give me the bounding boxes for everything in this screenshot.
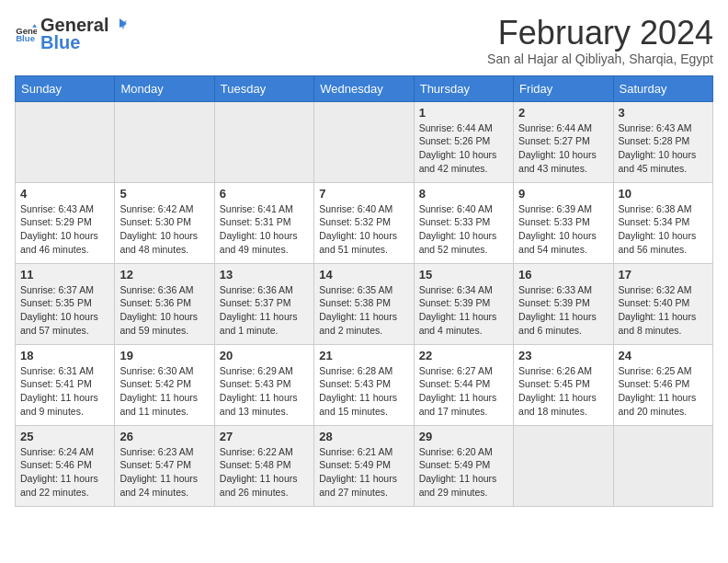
header-day-tuesday: Tuesday bbox=[214, 75, 313, 101]
header: General Blue General Blue February 2024 … bbox=[15, 15, 713, 66]
calendar-cell-week3-day5: 16Sunrise: 6:33 AM Sunset: 5:39 PM Dayli… bbox=[514, 263, 613, 344]
day-number: 27 bbox=[220, 430, 309, 443]
day-info: Sunrise: 6:41 AM Sunset: 5:31 PM Dayligh… bbox=[220, 202, 309, 257]
calendar-cell-week5-day5 bbox=[514, 425, 613, 506]
month-title: February 2024 bbox=[487, 15, 713, 52]
calendar-week-3: 11Sunrise: 6:37 AM Sunset: 5:35 PM Dayli… bbox=[16, 263, 713, 344]
logo: General Blue General Blue bbox=[15, 15, 127, 53]
day-info: Sunrise: 6:40 AM Sunset: 5:33 PM Dayligh… bbox=[419, 202, 508, 257]
day-info: Sunrise: 6:43 AM Sunset: 5:29 PM Dayligh… bbox=[20, 202, 109, 257]
day-number: 2 bbox=[518, 106, 608, 120]
location-title: San al Hajar al Qibliyah, Sharqia, Egypt bbox=[487, 52, 713, 66]
calendar-cell-week3-day6: 17Sunrise: 6:32 AM Sunset: 5:40 PM Dayli… bbox=[613, 263, 712, 344]
day-info: Sunrise: 6:32 AM Sunset: 5:40 PM Dayligh… bbox=[619, 283, 708, 338]
header-day-sunday: Sunday bbox=[16, 75, 115, 101]
day-number: 26 bbox=[119, 430, 209, 443]
calendar-cell-week1-day4: 1Sunrise: 6:44 AM Sunset: 5:26 PM Daylig… bbox=[414, 101, 513, 182]
day-number: 25 bbox=[20, 430, 109, 443]
day-number: 13 bbox=[220, 268, 309, 282]
calendar-cell-week1-day3 bbox=[314, 101, 414, 182]
day-info: Sunrise: 6:37 AM Sunset: 5:35 PM Dayligh… bbox=[20, 283, 109, 338]
svg-text:Blue: Blue bbox=[16, 33, 35, 43]
calendar-cell-week5-day3: 28Sunrise: 6:21 AM Sunset: 5:49 PM Dayli… bbox=[314, 425, 414, 506]
calendar-cell-week4-day3: 21Sunrise: 6:28 AM Sunset: 5:43 PM Dayli… bbox=[314, 344, 414, 425]
calendar-cell-week4-day6: 24Sunrise: 6:25 AM Sunset: 5:46 PM Dayli… bbox=[613, 344, 712, 425]
header-day-thursday: Thursday bbox=[414, 75, 513, 101]
calendar-cell-week4-day2: 20Sunrise: 6:29 AM Sunset: 5:43 PM Dayli… bbox=[214, 344, 313, 425]
day-info: Sunrise: 6:28 AM Sunset: 5:43 PM Dayligh… bbox=[319, 364, 408, 419]
day-number: 5 bbox=[119, 187, 209, 201]
day-info: Sunrise: 6:21 AM Sunset: 5:49 PM Dayligh… bbox=[319, 445, 408, 500]
calendar-cell-week2-day6: 10Sunrise: 6:38 AM Sunset: 5:34 PM Dayli… bbox=[613, 182, 712, 263]
day-info: Sunrise: 6:36 AM Sunset: 5:36 PM Dayligh… bbox=[119, 283, 209, 338]
calendar-cell-week4-day4: 22Sunrise: 6:27 AM Sunset: 5:44 PM Dayli… bbox=[414, 344, 513, 425]
day-info: Sunrise: 6:36 AM Sunset: 5:37 PM Dayligh… bbox=[220, 283, 309, 338]
day-number: 16 bbox=[518, 268, 608, 282]
calendar-cell-week2-day1: 5Sunrise: 6:42 AM Sunset: 5:30 PM Daylig… bbox=[115, 182, 214, 263]
day-number: 6 bbox=[220, 187, 309, 201]
logo-bird-icon bbox=[110, 17, 127, 35]
day-info: Sunrise: 6:38 AM Sunset: 5:34 PM Dayligh… bbox=[619, 202, 708, 257]
title-area: February 2024 San al Hajar al Qibliyah, … bbox=[487, 15, 713, 66]
header-day-wednesday: Wednesday bbox=[314, 75, 414, 101]
day-info: Sunrise: 6:22 AM Sunset: 5:48 PM Dayligh… bbox=[220, 445, 309, 500]
calendar-week-4: 18Sunrise: 6:31 AM Sunset: 5:41 PM Dayli… bbox=[16, 344, 713, 425]
day-info: Sunrise: 6:43 AM Sunset: 5:28 PM Dayligh… bbox=[619, 121, 708, 176]
day-number: 11 bbox=[20, 268, 109, 282]
day-number: 29 bbox=[419, 430, 508, 443]
header-day-monday: Monday bbox=[115, 75, 214, 101]
calendar-cell-week1-day2 bbox=[214, 101, 313, 182]
day-number: 24 bbox=[619, 349, 708, 362]
day-info: Sunrise: 6:39 AM Sunset: 5:33 PM Dayligh… bbox=[518, 202, 608, 257]
day-number: 14 bbox=[319, 268, 408, 282]
day-info: Sunrise: 6:29 AM Sunset: 5:43 PM Dayligh… bbox=[220, 364, 309, 419]
calendar-cell-week2-day2: 6Sunrise: 6:41 AM Sunset: 5:31 PM Daylig… bbox=[214, 182, 313, 263]
day-info: Sunrise: 6:25 AM Sunset: 5:46 PM Dayligh… bbox=[619, 364, 708, 419]
calendar-cell-week1-day6: 3Sunrise: 6:43 AM Sunset: 5:28 PM Daylig… bbox=[613, 101, 712, 182]
day-info: Sunrise: 6:44 AM Sunset: 5:27 PM Dayligh… bbox=[518, 121, 608, 176]
day-info: Sunrise: 6:34 AM Sunset: 5:39 PM Dayligh… bbox=[419, 283, 508, 338]
day-number: 1 bbox=[419, 106, 508, 120]
calendar-week-1: 1Sunrise: 6:44 AM Sunset: 5:26 PM Daylig… bbox=[16, 101, 713, 182]
calendar-week-2: 4Sunrise: 6:43 AM Sunset: 5:29 PM Daylig… bbox=[16, 182, 713, 263]
calendar-cell-week3-day0: 11Sunrise: 6:37 AM Sunset: 5:35 PM Dayli… bbox=[16, 263, 115, 344]
day-info: Sunrise: 6:33 AM Sunset: 5:39 PM Dayligh… bbox=[518, 283, 608, 338]
calendar-cell-week1-day0 bbox=[16, 101, 115, 182]
day-info: Sunrise: 6:27 AM Sunset: 5:44 PM Dayligh… bbox=[419, 364, 508, 419]
day-number: 9 bbox=[518, 187, 608, 201]
day-info: Sunrise: 6:44 AM Sunset: 5:26 PM Dayligh… bbox=[419, 121, 508, 176]
day-number: 20 bbox=[220, 349, 309, 362]
calendar-cell-week5-day1: 26Sunrise: 6:23 AM Sunset: 5:47 PM Dayli… bbox=[115, 425, 214, 506]
calendar-week-5: 25Sunrise: 6:24 AM Sunset: 5:46 PM Dayli… bbox=[16, 425, 713, 506]
calendar-cell-week3-day1: 12Sunrise: 6:36 AM Sunset: 5:36 PM Dayli… bbox=[115, 263, 214, 344]
calendar-cell-week2-day3: 7Sunrise: 6:40 AM Sunset: 5:32 PM Daylig… bbox=[314, 182, 414, 263]
day-number: 12 bbox=[119, 268, 209, 282]
day-info: Sunrise: 6:23 AM Sunset: 5:47 PM Dayligh… bbox=[119, 445, 209, 500]
day-number: 4 bbox=[20, 187, 109, 201]
calendar-cell-week4-day0: 18Sunrise: 6:31 AM Sunset: 5:41 PM Dayli… bbox=[16, 344, 115, 425]
calendar-cell-week2-day5: 9Sunrise: 6:39 AM Sunset: 5:33 PM Daylig… bbox=[514, 182, 613, 263]
day-number: 10 bbox=[619, 187, 708, 201]
calendar-cell-week5-day6 bbox=[613, 425, 712, 506]
header-day-saturday: Saturday bbox=[613, 75, 712, 101]
day-number: 15 bbox=[419, 268, 508, 282]
day-info: Sunrise: 6:20 AM Sunset: 5:49 PM Dayligh… bbox=[419, 445, 508, 500]
calendar-header-row: SundayMondayTuesdayWednesdayThursdayFrid… bbox=[16, 75, 713, 101]
logo-icon: General Blue bbox=[15, 23, 37, 45]
day-info: Sunrise: 6:24 AM Sunset: 5:46 PM Dayligh… bbox=[20, 445, 109, 500]
day-number: 28 bbox=[319, 430, 408, 443]
calendar-cell-week3-day4: 15Sunrise: 6:34 AM Sunset: 5:39 PM Dayli… bbox=[414, 263, 513, 344]
day-number: 18 bbox=[20, 349, 109, 362]
calendar-cell-week5-day2: 27Sunrise: 6:22 AM Sunset: 5:48 PM Dayli… bbox=[214, 425, 313, 506]
calendar-cell-week2-day4: 8Sunrise: 6:40 AM Sunset: 5:33 PM Daylig… bbox=[414, 182, 513, 263]
day-number: 8 bbox=[419, 187, 508, 201]
day-info: Sunrise: 6:31 AM Sunset: 5:41 PM Dayligh… bbox=[20, 364, 109, 419]
day-number: 3 bbox=[619, 106, 708, 120]
day-number: 19 bbox=[119, 349, 209, 362]
day-number: 7 bbox=[319, 187, 408, 201]
calendar-table: SundayMondayTuesdayWednesdayThursdayFrid… bbox=[15, 75, 713, 507]
day-number: 21 bbox=[319, 349, 408, 362]
day-info: Sunrise: 6:30 AM Sunset: 5:42 PM Dayligh… bbox=[119, 364, 209, 419]
day-info: Sunrise: 6:26 AM Sunset: 5:45 PM Dayligh… bbox=[518, 364, 608, 419]
day-info: Sunrise: 6:42 AM Sunset: 5:30 PM Dayligh… bbox=[119, 202, 209, 257]
